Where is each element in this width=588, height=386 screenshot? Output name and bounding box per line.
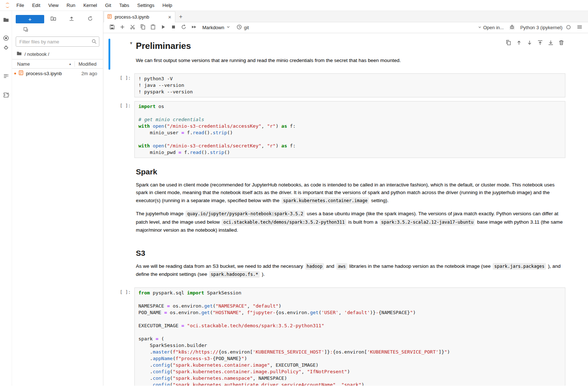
menu-kernel[interactable]: Kernel <box>79 1 101 10</box>
breadcrumb-path[interactable]: / notebook / <box>24 51 49 57</box>
new-launcher-button[interactable]: + <box>16 15 44 23</box>
cell-type-label: Markdown <box>202 25 224 30</box>
debugger-button[interactable] <box>507 23 517 32</box>
running-kernels-icon <box>3 35 9 42</box>
chevron-down-icon <box>478 25 482 30</box>
close-tab-icon[interactable]: × <box>167 14 172 20</box>
kernel-running-dot <box>14 73 16 74</box>
menu-file[interactable]: File <box>12 1 28 10</box>
sort-caret-icon: ▲ <box>69 62 72 66</box>
column-modified[interactable]: Modified <box>75 61 103 67</box>
menu-view[interactable]: View <box>44 1 62 10</box>
toolbar-overflow-button[interactable] <box>574 23 584 32</box>
restart-kernel-button[interactable] <box>179 23 188 32</box>
move-cell-up-button[interactable] <box>516 40 522 46</box>
refresh-files-button[interactable] <box>85 15 95 23</box>
menubar: File Edit View Run Kernel Git Tabs Setti… <box>0 0 588 11</box>
tab-bar: process-s3.ipynb × + <box>103 11 588 22</box>
table-of-contents-icon <box>3 73 9 80</box>
git-clone-icon <box>23 27 28 33</box>
file-row[interactable]: process-s3.ipynb 2m ago <box>12 69 103 78</box>
code-editor[interactable]: ! python3 -V! java --version! pyspark --… <box>134 73 565 97</box>
clock-icon <box>236 24 242 31</box>
paste-icon <box>150 24 156 31</box>
duplicate-cell-button[interactable] <box>505 40 512 46</box>
menu-settings[interactable]: Settings <box>133 1 159 10</box>
file-browser-panel: + <box>12 11 103 386</box>
notebook-toolbar: Markdown git Open in... <box>103 22 588 33</box>
md-heading-preliminaries: Preliminaries <box>136 41 564 51</box>
copy-icon <box>140 24 146 31</box>
md-heading-s3: S3 <box>136 249 564 258</box>
cut-cell-button[interactable] <box>127 23 137 32</box>
search-icon <box>91 39 97 45</box>
arrow-up-icon <box>516 40 522 47</box>
git-toolbar-button[interactable]: git <box>234 24 251 31</box>
insert-below-icon <box>548 40 554 47</box>
file-browser-toolbar: + <box>12 14 103 24</box>
move-cell-down-button[interactable] <box>526 40 533 46</box>
heading-collapse-icon[interactable]: ▾ <box>130 40 132 46</box>
sidebar-tab-git[interactable] <box>1 44 10 53</box>
new-tab-button[interactable]: + <box>175 12 186 22</box>
open-in-label: Open in... <box>483 25 504 30</box>
md-paragraph: We can first output some versions that a… <box>136 57 564 65</box>
execution-prompt: [ ]: <box>110 101 134 158</box>
markdown-cell-s3[interactable]: S3 As we will be reading data from an S3… <box>108 241 565 286</box>
column-name[interactable]: Name ▲ <box>12 61 75 67</box>
git-clone-button[interactable] <box>21 26 31 34</box>
bug-icon <box>509 24 515 31</box>
tab-process-s3[interactable]: process-s3.ipynb × <box>104 11 175 22</box>
code-cell-minio-credentials[interactable]: [ ]: import os # get minio credentialswi… <box>108 99 565 160</box>
insert-above-icon <box>537 40 543 47</box>
menu-edit[interactable]: Edit <box>28 1 44 10</box>
plus-icon <box>119 24 125 31</box>
home-folder-icon[interactable] <box>16 51 22 57</box>
trash-icon <box>558 40 564 47</box>
paste-cell-button[interactable] <box>148 23 158 32</box>
md-paragraph: Spark can be used in client mode (recomm… <box>136 181 564 205</box>
cell-type-dropdown[interactable]: Markdown <box>199 25 234 30</box>
interrupt-kernel-button[interactable] <box>168 23 178 32</box>
delete-cell-button[interactable] <box>558 40 565 46</box>
copy-cell-button[interactable] <box>138 23 148 32</box>
markdown-cell-preliminaries[interactable]: ▾ Preliminaries We can first output some… <box>108 37 565 72</box>
notebook-content: ▾ Preliminaries We can first output some… <box>103 33 588 386</box>
menus: File Edit View Run Kernel Git Tabs Setti… <box>12 1 176 10</box>
insert-cell-above-button[interactable] <box>537 40 543 46</box>
code-editor[interactable]: from pyspark.sql import SparkSession NAM… <box>134 287 565 386</box>
sidebar-tab-toc[interactable] <box>1 72 10 81</box>
save-icon <box>109 24 115 31</box>
left-sidebar <box>0 11 12 386</box>
markdown-cell-spark[interactable]: Spark Spark can be used in client mode (… <box>108 160 565 241</box>
save-button[interactable] <box>107 23 117 32</box>
open-in-dropdown[interactable]: Open in... <box>478 25 504 30</box>
git-icon <box>3 45 9 52</box>
insert-cell-below-button[interactable] <box>547 40 554 46</box>
refresh-icon <box>87 16 93 23</box>
sidebar-tab-extensions[interactable] <box>1 91 10 100</box>
filter-files-input[interactable] <box>16 36 99 47</box>
run-icon <box>160 24 166 31</box>
notebook-file-icon <box>107 14 112 20</box>
restart-icon <box>181 24 187 31</box>
menu-help[interactable]: Help <box>159 1 176 10</box>
sidebar-tab-running[interactable] <box>1 34 10 43</box>
new-folder-button[interactable] <box>49 15 58 23</box>
restart-run-all-button[interactable] <box>189 23 199 32</box>
upload-button[interactable] <box>67 15 77 23</box>
cell-toolbar <box>505 40 565 46</box>
run-cell-button[interactable] <box>158 23 168 32</box>
code-editor[interactable]: import os # get minio credentialswith op… <box>134 101 565 158</box>
code-cell-versions[interactable]: [ ]: ! python3 -V! java --version! pyspa… <box>108 72 565 99</box>
git-actions-row <box>12 24 103 36</box>
menu-run[interactable]: Run <box>62 1 79 10</box>
tab-label: process-s3.ipynb <box>115 15 165 20</box>
md-paragraph: As we will be reading data from an S3 bu… <box>136 262 564 279</box>
sidebar-tab-filebrowser[interactable] <box>1 16 10 25</box>
menu-tabs[interactable]: Tabs <box>115 1 133 10</box>
menu-git[interactable]: Git <box>101 1 115 10</box>
insert-cell-button[interactable] <box>117 23 127 32</box>
kernel-name[interactable]: Python 3 (ipykernel) <box>520 25 562 30</box>
code-cell-spark-session[interactable]: [ ]: from pyspark.sql import SparkSessio… <box>108 286 565 386</box>
